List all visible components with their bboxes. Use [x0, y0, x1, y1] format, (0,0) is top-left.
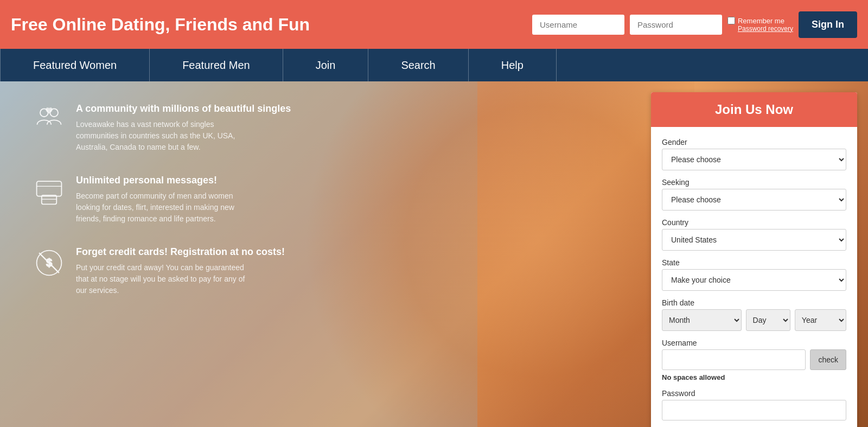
check-button[interactable]: check: [810, 349, 846, 370]
content-wrapper: A community with millions of beautiful s…: [0, 81, 868, 427]
day-select[interactable]: Day 1234 5153031: [746, 309, 790, 331]
password-form-label: Password: [662, 389, 846, 398]
join-header: Join Us Now: [651, 92, 857, 127]
state-group: State Make your choice Alabama Alaska Ar…: [662, 258, 846, 291]
state-label: State: [662, 258, 846, 267]
country-select[interactable]: United States United Kingdom Canada Aust…: [662, 229, 846, 251]
svg-line-8: [39, 253, 59, 273]
no-spaces-note: No spaces allowed: [662, 373, 846, 381]
state-select[interactable]: Make your choice Alabama Alaska Arizona …: [662, 269, 846, 291]
birthdate-row: Month JanuaryFebruaryMarch AprilMayJune …: [662, 309, 846, 331]
username-input[interactable]: [532, 15, 624, 35]
join-panel: Join Us Now Gender Please choose Male Fe…: [651, 92, 857, 427]
password-input[interactable]: [630, 15, 722, 35]
country-group: Country United States United Kingdom Can…: [662, 218, 846, 251]
site-header: Free Online Dating, Friends and Fun Reme…: [0, 0, 868, 49]
remember-section: Remember me Password recovery: [727, 17, 793, 33]
feature-community-desc: Loveawake has a vast network of singles …: [76, 119, 250, 153]
nav-item-search[interactable]: Search: [368, 49, 468, 81]
feature-community: A community with millions of beautiful s…: [33, 103, 618, 153]
username-group: Username check: [662, 339, 846, 370]
message-icon: [33, 175, 65, 207]
people-icon: [33, 103, 65, 136]
feature-free: $ Forget credit cards! Registration at n…: [33, 246, 618, 296]
join-form: Gender Please choose Male Female Seeking…: [651, 127, 857, 427]
main-nav: Featured Women Featured Men Join Search …: [0, 49, 868, 81]
feature-free-text: Forget credit cards! Registration at no …: [76, 246, 285, 296]
main-content: A community with millions of beautiful s…: [0, 81, 868, 427]
feature-messages-desc: Become part of community of men and wome…: [76, 190, 250, 225]
seeking-select[interactable]: Please choose Men Women: [662, 189, 846, 211]
nav-item-featured-men[interactable]: Featured Men: [149, 49, 283, 81]
no-credit-icon: $: [33, 246, 65, 279]
remember-label: Remember me: [738, 17, 784, 25]
birthdate-group: Birth date Month JanuaryFebruaryMarch Ap…: [662, 298, 846, 331]
password-group: Password: [662, 389, 846, 420]
feature-free-heading: Forget credit cards! Registration at no …: [76, 246, 285, 258]
feature-free-desc: Put your credit card away! You can be gu…: [76, 262, 250, 296]
month-select[interactable]: Month JanuaryFebruaryMarch AprilMayJune …: [662, 309, 742, 331]
nav-item-featured-women[interactable]: Featured Women: [0, 49, 149, 81]
gender-select[interactable]: Please choose Male Female: [662, 149, 846, 170]
seeking-group: Seeking Please choose Men Women: [662, 178, 846, 211]
username-row: check: [662, 349, 846, 370]
feature-community-text: A community with millions of beautiful s…: [76, 103, 291, 153]
feature-messages-text: Unlimited personal messages! Become part…: [76, 175, 250, 225]
gender-label: Gender: [662, 138, 846, 146]
signin-button[interactable]: Sign In: [799, 11, 857, 38]
password-recovery-link[interactable]: Password recovery: [738, 25, 793, 33]
birthdate-label: Birth date: [662, 298, 846, 307]
gender-group: Gender Please choose Male Female: [662, 138, 846, 170]
remember-checkbox[interactable]: [727, 17, 735, 24]
password-field[interactable]: [662, 400, 846, 420]
svg-rect-2: [36, 181, 61, 196]
nav-items: Featured Women Featured Men Join Search …: [0, 49, 868, 81]
username-form-label: Username: [662, 339, 846, 347]
join-title: Join Us Now: [661, 102, 847, 117]
feature-messages: Unlimited personal messages! Become part…: [33, 175, 618, 225]
feature-messages-heading: Unlimited personal messages!: [76, 175, 250, 186]
seeking-label: Seeking: [662, 178, 846, 187]
join-panel-wrapper: Join Us Now Gender Please choose Male Fe…: [640, 81, 868, 427]
header-login-area: Remember me Password recovery Sign In: [532, 11, 857, 38]
country-label: Country: [662, 218, 846, 227]
site-title: Free Online Dating, Friends and Fun: [11, 15, 521, 35]
nav-item-help[interactable]: Help: [468, 49, 557, 81]
nav-item-join[interactable]: Join: [283, 49, 368, 81]
feature-community-heading: A community with millions of beautiful s…: [76, 103, 291, 114]
features-panel: A community with millions of beautiful s…: [0, 81, 640, 427]
username-field[interactable]: [662, 349, 806, 370]
year-select[interactable]: Year 200019951990 198519801970: [795, 309, 846, 331]
